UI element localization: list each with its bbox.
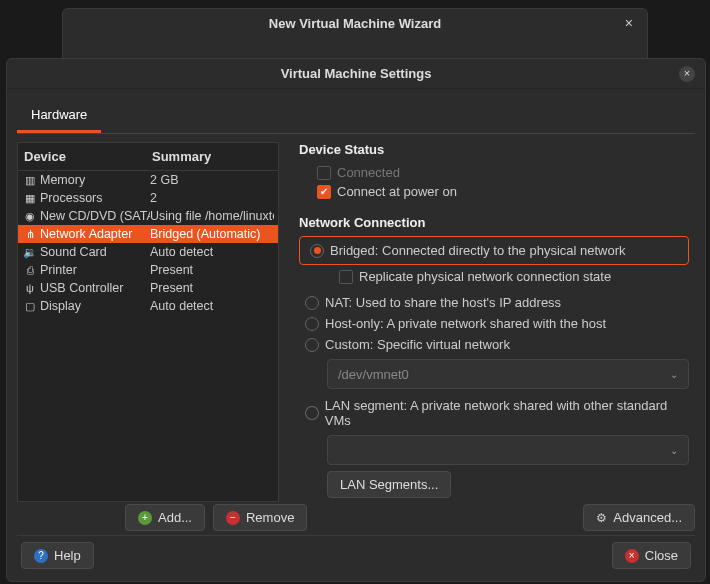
- tabs: Hardware: [17, 99, 695, 134]
- custom-radio-row[interactable]: Custom: Specific virtual network: [299, 334, 689, 355]
- chevron-down-icon: ⌄: [670, 445, 678, 456]
- device-name: Network Adapter: [40, 227, 150, 241]
- network-connection-title: Network Connection: [299, 215, 689, 230]
- advanced-label: Advanced...: [613, 510, 682, 525]
- device-row-cd-dvd[interactable]: ◉ New CD/DVD (SATA) Using file /home/lin…: [18, 207, 278, 225]
- processor-icon: ▦: [22, 192, 38, 205]
- memory-icon: ▥: [22, 174, 38, 187]
- device-summary: Present: [150, 281, 274, 295]
- add-label: Add...: [158, 510, 192, 525]
- nat-label: NAT: Used to share the host's IP address: [325, 295, 561, 310]
- bridged-radio-highlight: Bridged: Connected directly to the physi…: [299, 236, 689, 265]
- add-button[interactable]: + Add...: [125, 504, 205, 531]
- lan-segments-label: LAN Segments...: [340, 477, 438, 492]
- custom-network-value: /dev/vmnet0: [338, 367, 409, 382]
- remove-label: Remove: [246, 510, 294, 525]
- hostonly-label: Host-only: A private network shared with…: [325, 316, 606, 331]
- bridged-radio[interactable]: [310, 244, 324, 258]
- device-list-header: Device Summary: [18, 143, 278, 171]
- close-button[interactable]: × Close: [612, 542, 691, 569]
- replicate-label: Replicate physical network connection st…: [359, 269, 611, 284]
- device-status-title: Device Status: [299, 142, 689, 157]
- chevron-down-icon: ⌄: [670, 369, 678, 380]
- tab-hardware[interactable]: Hardware: [17, 99, 101, 133]
- hostonly-radio-row[interactable]: Host-only: A private network shared with…: [299, 313, 689, 334]
- minus-icon: −: [226, 511, 240, 525]
- lanseg-label: LAN segment: A private network shared wi…: [325, 398, 689, 428]
- device-row-sound-card[interactable]: 🔉 Sound Card Auto detect: [18, 243, 278, 261]
- device-summary: Bridged (Automatic): [150, 227, 274, 241]
- device-row-processors[interactable]: ▦ Processors 2: [18, 189, 278, 207]
- bridged-label: Bridged: Connected directly to the physi…: [330, 243, 626, 258]
- device-name: Display: [40, 299, 150, 313]
- close-label: Close: [645, 548, 678, 563]
- gear-icon: ⚙: [596, 511, 607, 525]
- printer-icon: ⎙: [22, 264, 38, 276]
- device-summary: 2: [150, 191, 274, 205]
- display-icon: ▢: [22, 300, 38, 313]
- usb-icon: ψ: [22, 282, 38, 294]
- header-device: Device: [24, 149, 152, 164]
- wizard-title: New Virtual Machine Wizard: [63, 9, 647, 38]
- device-row-printer[interactable]: ⎙ Printer Present: [18, 261, 278, 279]
- lanseg-radio-row[interactable]: LAN segment: A private network shared wi…: [299, 395, 689, 431]
- help-label: Help: [54, 548, 81, 563]
- bridged-radio-row[interactable]: Bridged: Connected directly to the physi…: [304, 240, 684, 261]
- device-row-network-adapter[interactable]: ⋔ Network Adapter Bridged (Automatic): [18, 225, 278, 243]
- device-summary: Auto detect: [150, 299, 274, 313]
- network-icon: ⋔: [22, 228, 38, 241]
- replicate-checkbox[interactable]: [339, 270, 353, 284]
- settings-close-icon[interactable]: ×: [679, 66, 695, 82]
- sound-icon: 🔉: [22, 246, 38, 259]
- connected-checkbox-row: Connected: [299, 163, 689, 182]
- advanced-button[interactable]: ⚙ Advanced...: [583, 504, 695, 531]
- disc-icon: ◉: [22, 210, 38, 223]
- custom-network-dropdown[interactable]: /dev/vmnet0 ⌄: [327, 359, 689, 389]
- device-row-display[interactable]: ▢ Display Auto detect: [18, 297, 278, 315]
- power-on-checkbox[interactable]: ✔: [317, 185, 331, 199]
- device-name: Memory: [40, 173, 150, 187]
- help-button[interactable]: ? Help: [21, 542, 94, 569]
- power-on-label: Connect at power on: [337, 184, 457, 199]
- hostonly-radio[interactable]: [305, 317, 319, 331]
- close-icon: ×: [625, 549, 639, 563]
- remove-button[interactable]: − Remove: [213, 504, 307, 531]
- device-summary: Present: [150, 263, 274, 277]
- help-icon: ?: [34, 549, 48, 563]
- plus-icon: +: [138, 511, 152, 525]
- right-panel: Device Status Connected ✔ Connect at pow…: [293, 142, 695, 502]
- wizard-close-icon[interactable]: ×: [625, 16, 633, 30]
- connected-label: Connected: [337, 165, 400, 180]
- settings-title: Virtual Machine Settings: [7, 59, 705, 89]
- footer: ? Help × Close: [17, 535, 695, 575]
- custom-label: Custom: Specific virtual network: [325, 337, 510, 352]
- nat-radio[interactable]: [305, 296, 319, 310]
- lanseg-dropdown[interactable]: ⌄: [327, 435, 689, 465]
- power-on-checkbox-row[interactable]: ✔ Connect at power on: [299, 182, 689, 201]
- replicate-checkbox-row[interactable]: Replicate physical network connection st…: [299, 267, 689, 286]
- device-summary: 2 GB: [150, 173, 274, 187]
- nat-radio-row[interactable]: NAT: Used to share the host's IP address: [299, 292, 689, 313]
- device-name: Sound Card: [40, 245, 150, 259]
- lanseg-radio[interactable]: [305, 406, 319, 420]
- device-name: Printer: [40, 263, 150, 277]
- device-row-usb-controller[interactable]: ψ USB Controller Present: [18, 279, 278, 297]
- device-summary: Auto detect: [150, 245, 274, 259]
- lan-segments-button[interactable]: LAN Segments...: [327, 471, 451, 498]
- custom-radio[interactable]: [305, 338, 319, 352]
- device-row-memory[interactable]: ▥ Memory 2 GB: [18, 171, 278, 189]
- device-name: USB Controller: [40, 281, 150, 295]
- device-name: New CD/DVD (SATA): [40, 209, 150, 223]
- settings-window: Virtual Machine Settings × Hardware Devi…: [6, 58, 706, 582]
- device-list: Device Summary ▥ Memory 2 GB ▦ Processor…: [17, 142, 279, 502]
- header-summary: Summary: [152, 149, 272, 164]
- device-name: Processors: [40, 191, 150, 205]
- connected-checkbox: [317, 166, 331, 180]
- device-summary: Using file /home/linuxte: [150, 209, 274, 223]
